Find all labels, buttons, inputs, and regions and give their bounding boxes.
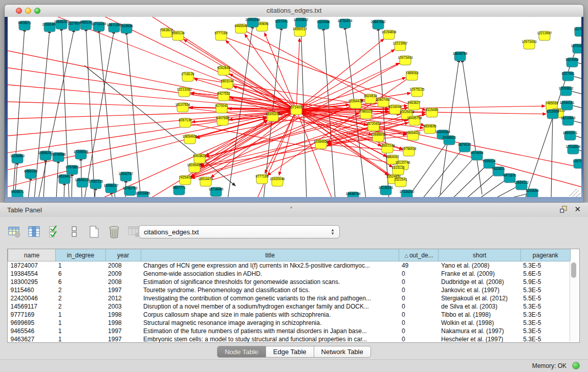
table-cell[interactable]: 1 xyxy=(56,319,105,327)
graph-node[interactable]: 10688609 xyxy=(371,133,386,142)
graph-node[interactable]: 10719165 xyxy=(92,22,106,31)
graph-node[interactable]: 6466160 xyxy=(24,169,37,179)
graph-node[interactable]: 18992971 xyxy=(563,131,578,140)
graph-node[interactable]: 20206586 xyxy=(51,152,66,162)
table-cell[interactable]: 5.3E-5 xyxy=(520,311,570,319)
table-cell[interactable]: Jankovic et al. (1997) xyxy=(439,286,520,294)
table-cell[interactable]: 0 xyxy=(399,335,439,343)
graph-node[interactable]: 12213363 xyxy=(177,87,192,97)
table-cell[interactable]: 2009 xyxy=(105,270,141,278)
graph-node[interactable]: 15720407 xyxy=(366,122,381,131)
table-cell[interactable]: 6 xyxy=(56,278,105,286)
table-cell[interactable]: 14569117 xyxy=(8,302,56,311)
graph-node[interactable]: 6879197 xyxy=(458,143,471,152)
graph-node[interactable]: 2718126 xyxy=(181,72,194,81)
graph-node[interactable]: 19654923 xyxy=(406,131,421,140)
table-cell[interactable]: 2008 xyxy=(105,278,141,286)
graph-node[interactable]: 9777169 xyxy=(255,174,269,184)
graph-node[interactable]: 19448784 xyxy=(346,192,361,197)
citation-network-graph[interactable]: 1872400718300295193845542718126122133631… xyxy=(8,17,581,197)
graph-node[interactable]: 20364436 xyxy=(349,99,363,108)
graph-node[interactable]: 18907249 xyxy=(380,144,395,153)
graph-node[interactable]: 6497568 xyxy=(216,116,229,125)
split-divider-grip[interactable]: ▴ xyxy=(290,205,293,209)
graph-node[interactable]: 9170041 xyxy=(215,104,228,113)
graph-node[interactable]: 2522541 xyxy=(394,178,407,187)
graph-node[interactable]: 9474444 xyxy=(470,151,484,160)
graph-node[interactable]: 12213967 xyxy=(537,31,552,40)
graph-node[interactable]: 16495758 xyxy=(407,116,422,125)
table-cell[interactable]: 2 xyxy=(56,294,105,302)
table-cell[interactable]: 1997 xyxy=(105,335,141,343)
graph-node[interactable]: 20887682 xyxy=(371,20,386,29)
table-cell[interactable]: Tibbo et al. (1998) xyxy=(439,311,520,319)
column-header-short[interactable]: short xyxy=(439,249,520,261)
table-cell[interactable]: 2003 xyxy=(105,302,141,311)
tab-network-table[interactable]: Network Table xyxy=(314,346,371,358)
table-cell[interactable]: Nakamura et al. (1997) xyxy=(439,327,520,335)
table-cell[interactable]: Genome-wide association studies in ADHD. xyxy=(141,270,399,278)
table-row[interactable]: 1830029562008Estimation of significance … xyxy=(8,278,571,286)
table-cell[interactable]: Estimation of the future numbers of pati… xyxy=(141,327,399,335)
graph-node[interactable]: 7425402 xyxy=(179,176,192,185)
table-cell[interactable]: 5.6E-5 xyxy=(520,270,570,278)
table-cell[interactable]: 18300295 xyxy=(8,278,56,286)
graph-node[interactable]: 10973493 xyxy=(522,40,537,49)
graph-node[interactable]: 16210643 xyxy=(561,116,576,125)
graph-node[interactable]: 9329968 xyxy=(317,20,330,29)
table-cell[interactable]: Dudbridge et al. (2008) xyxy=(439,278,520,286)
column-header-year[interactable]: year xyxy=(105,249,141,261)
table-cell[interactable]: 9465546 xyxy=(8,327,56,335)
table-cell[interactable]: 0 xyxy=(399,319,439,327)
table-cell[interactable]: 1997 xyxy=(105,286,141,294)
graph-node[interactable]: 10655257 xyxy=(54,20,69,29)
table-cell[interactable]: 5.9E-5 xyxy=(520,278,570,286)
table-cell[interactable]: 5.3E-5 xyxy=(520,335,570,343)
graph-node[interactable]: 13505135 xyxy=(75,178,90,187)
graph-node[interactable]: 19654905 xyxy=(183,135,198,144)
table-cell[interactable]: Disruption of a novel member of a sodium… xyxy=(141,302,399,311)
graph-node[interactable]: 16914479 xyxy=(199,177,213,186)
graph-node[interactable]: 18724007 xyxy=(289,105,304,115)
table-cell[interactable]: 0 xyxy=(399,294,439,302)
graph-node[interactable]: 8938923 xyxy=(443,136,456,145)
table-cell[interactable]: 6 xyxy=(56,270,105,278)
graph-node[interactable]: 7986322 xyxy=(359,110,373,119)
graph-node[interactable]: 1117531 xyxy=(574,27,581,36)
graph-node[interactable]: 20953346 xyxy=(246,18,260,27)
select-rows-icon[interactable] xyxy=(47,225,61,239)
table-cell[interactable]: 0 xyxy=(399,302,439,311)
table-cell[interactable]: Stergiakouli et al. (2012) xyxy=(439,294,520,302)
table-cell[interactable]: 5.3E-5 xyxy=(520,327,570,335)
graph-node[interactable]: 12444151 xyxy=(560,101,575,110)
graph-node[interactable]: 9777169 xyxy=(214,31,228,40)
table-cell[interactable]: 5.3E-5 xyxy=(520,286,570,294)
graph-node[interactable]: 9405571 xyxy=(11,190,24,197)
graph-node[interactable]: 10958107 xyxy=(104,184,119,193)
column-header-in_degree[interactable]: in_degree xyxy=(56,249,105,261)
table-cell[interactable]: 1 xyxy=(56,311,105,319)
graph-node[interactable]: 9227341 xyxy=(561,72,575,81)
table-cell[interactable]: Corpus callosum shape and size in male p… xyxy=(141,311,399,319)
table-cell[interactable]: 1998 xyxy=(105,319,141,327)
table-cell[interactable]: 5.3E-5 xyxy=(520,319,570,327)
graph-node[interactable]: 8267130 xyxy=(179,118,192,127)
table-row[interactable]: 977716911998Corpus callosum shape and si… xyxy=(8,311,571,319)
table-row[interactable]: 2242004622012Investigating the contribut… xyxy=(8,294,571,302)
graph-node[interactable]: 12975125 xyxy=(410,87,425,97)
graph-node[interactable]: 12923485 xyxy=(136,191,150,197)
table-cell[interactable]: 2 xyxy=(56,286,105,294)
graph-node[interactable]: 15718485 xyxy=(209,187,224,196)
network-canvas[interactable]: 1872400718300295193845542718126122133631… xyxy=(8,17,581,197)
table-row[interactable]: 1872400712008Changes of HCN gene express… xyxy=(8,261,571,270)
new-document-icon[interactable] xyxy=(87,225,101,239)
table-cell[interactable]: Yano et al. (2008) xyxy=(439,261,520,270)
table-cell[interactable]: 9777169 xyxy=(8,311,56,319)
graph-node[interactable]: 16648784 xyxy=(453,52,468,61)
table-cell[interactable]: 2012 xyxy=(105,294,141,302)
tab-node-table[interactable]: Node Table xyxy=(217,346,266,358)
graph-node[interactable]: 7485063 xyxy=(405,71,419,80)
graph-node[interactable]: 17016504 xyxy=(566,145,581,154)
trash-icon[interactable] xyxy=(107,225,121,239)
graph-node[interactable]: 1615132 xyxy=(391,166,405,175)
